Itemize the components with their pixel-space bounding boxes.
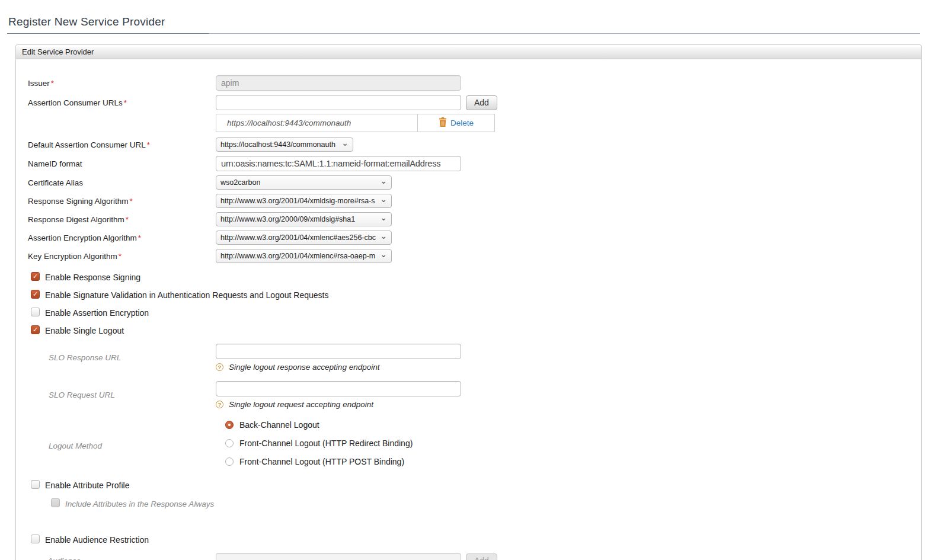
issuer-label: Issuer* [28,79,216,88]
certificate-alias-row: Certificate Alias wso2carbon ⌄ [28,175,909,190]
enable-single-logout-row: ✓ Enable Single Logout [31,326,909,335]
front-channel-redirect-radio[interactable] [225,439,234,447]
edit-service-provider-panel: Edit Service Provider Issuer* Assertion … [15,44,922,560]
enable-audience-restriction-checkbox[interactable]: ✓ [31,535,40,543]
enable-assertion-encryption-checkbox[interactable]: ✓ [31,308,40,316]
slo-request-hint: ? Single logout request accepting endpoi… [216,400,461,409]
default-acs-label: Default Assertion Consumer URL* [28,140,216,149]
certificate-alias-select[interactable]: wso2carbon ⌄ [216,175,392,190]
enable-response-signing-checkbox[interactable]: ✓ [31,272,40,281]
assertion-consumer-url-input[interactable] [216,95,461,110]
enable-signature-validation-row: ✓ Enable Signature Validation in Authent… [31,290,909,300]
add-assertion-consumer-url-button[interactable]: Add [466,95,497,110]
audience-row: Audience Add [28,553,909,560]
trash-icon [439,117,447,129]
enable-assertion-encryption-row: ✓ Enable Assertion Encryption [31,308,909,318]
response-signing-algorithm-label: Response Signing Algorithm* [28,197,216,206]
response-digest-algorithm-label: Response Digest Algorithm* [28,215,216,224]
include-attributes-label: Include Attributes in the Response Alway… [65,500,214,508]
assertion-consumer-urls-label: Assertion Consumer URLs* [28,98,216,107]
front-channel-redirect-option[interactable]: Front-Channel Logout (HTTP Redirect Bind… [225,437,413,450]
key-encryption-algorithm-select[interactable]: http://www.w3.org/2001/04/xmlenc#rsa-oae… [216,249,392,263]
slo-response-url-row: SLO Response URL ? Single logout respons… [28,344,909,372]
enable-attribute-profile-label: Enable Attribute Profile [45,481,129,490]
include-attributes-row: ✓ Include Attributes in the Response Alw… [51,500,909,508]
chevron-down-icon: ⌄ [380,179,387,183]
response-signing-algorithm-select[interactable]: http://www.w3.org/2001/04/xmldsig-more#r… [216,194,392,208]
enable-audience-restriction-label: Enable Audience Restriction [45,535,149,545]
assertion-consumer-url-cell: https://localhost:9443/commonauth [216,114,418,132]
slo-response-hint-text: Single logout response accepting endpoin… [229,363,379,372]
toggle-section: ✓ Enable Response Signing ✓ Enable Signa… [28,273,909,335]
required-asterisk: * [130,197,133,206]
issuer-input [216,75,461,91]
panel-header: Edit Service Provider [16,45,921,59]
assertion-encryption-algorithm-label: Assertion Encryption Algorithm* [28,233,216,242]
chevron-down-icon: ⌄ [380,216,387,219]
enable-audience-restriction-row: ✓ Enable Audience Restriction [31,535,909,545]
audience-label: Audience [28,556,216,560]
audience-input [216,553,461,560]
required-asterisk: * [147,140,150,149]
response-signing-algorithm-row: Response Signing Algorithm* http://www.w… [28,194,909,208]
panel-title: Edit Service Provider [22,47,94,56]
slo-response-url-input[interactable] [216,344,461,359]
nameid-format-label: NameID format [28,159,216,168]
logout-method-options: Back-Channel Logout Front-Channel Logout… [216,418,413,473]
required-asterisk: * [126,215,129,224]
check-icon: ✓ [33,291,38,297]
required-asterisk: * [51,79,54,88]
default-acs-row: Default Assertion Consumer URL* https://… [28,137,909,152]
enable-response-signing-row: ✓ Enable Response Signing [31,273,909,282]
assertion-consumer-url-table: https://localhost:9443/commonauth Delete [216,114,495,132]
assertion-encryption-algorithm-select[interactable]: http://www.w3.org/2001/04/xmlenc#aes256-… [216,231,392,245]
enable-attribute-profile-checkbox[interactable]: ✓ [31,480,40,489]
enable-signature-validation-label: Enable Signature Validation in Authentic… [45,290,328,300]
response-digest-algorithm-row: Response Digest Algorithm* http://www.w3… [28,212,909,226]
required-asterisk: * [124,98,127,107]
issuer-row: Issuer* [28,75,909,91]
slo-response-url-label: SLO Response URL [28,353,216,362]
front-channel-post-option[interactable]: Front-Channel Logout (HTTP POST Binding) [225,455,413,468]
enable-single-logout-checkbox[interactable]: ✓ [31,325,40,334]
enable-signature-validation-checkbox[interactable]: ✓ [31,290,40,299]
slo-request-hint-text: Single logout request accepting endpoint [229,400,373,409]
enable-attribute-profile-row: ✓ Enable Attribute Profile [31,481,909,490]
logout-method-label: Logout Method [28,441,216,450]
response-digest-algorithm-select[interactable]: http://www.w3.org/2000/09/xmldsig#sha1 ⌄ [216,212,392,226]
enable-single-logout-label: Enable Single Logout [45,326,124,335]
page-title: Register New Service Provider [0,0,927,28]
include-attributes-checkbox: ✓ [51,498,60,507]
required-asterisk: * [119,252,122,261]
front-channel-redirect-label: Front-Channel Logout (HTTP Redirect Bind… [239,439,413,448]
slo-request-url-input[interactable] [216,381,461,396]
front-channel-post-radio[interactable] [225,457,234,466]
title-divider [7,33,920,34]
chevron-down-icon: ⌄ [380,197,387,201]
assertion-consumer-urls-row: Assertion Consumer URLs* Add [28,95,909,110]
front-channel-post-label: Front-Channel Logout (HTTP POST Binding) [239,457,404,466]
help-icon: ? [216,363,223,371]
panel-body: Issuer* Assertion Consumer URLs* Add htt… [16,59,921,560]
back-channel-logout-radio[interactable] [225,421,234,429]
check-icon: ✓ [33,273,38,280]
delete-label[interactable]: Delete [450,119,474,127]
nameid-format-input[interactable] [216,156,461,171]
nameid-format-row: NameID format [28,156,909,171]
assertion-encryption-algorithm-row: Assertion Encryption Algorithm* http://w… [28,231,909,245]
slo-request-url-row: SLO Request URL ? Single logout request … [28,381,909,409]
key-encryption-algorithm-label: Key Encryption Algorithm* [28,252,216,261]
required-asterisk: * [138,233,141,242]
back-channel-logout-option[interactable]: Back-Channel Logout [225,418,413,431]
certificate-alias-label: Certificate Alias [28,178,216,187]
chevron-down-icon: ⌄ [380,234,387,238]
delete-assertion-consumer-url-button[interactable]: Delete [418,114,494,132]
enable-assertion-encryption-label: Enable Assertion Encryption [45,308,149,318]
slo-request-url-label: SLO Request URL [28,391,216,399]
default-acs-select[interactable]: https://localhost:9443/commonauth ⌄ [216,137,353,152]
chevron-down-icon: ⌄ [380,252,387,256]
slo-response-hint: ? Single logout response accepting endpo… [216,363,461,372]
help-icon: ? [216,401,223,408]
add-audience-button: Add [466,553,497,560]
chevron-down-icon: ⌄ [341,141,349,145]
